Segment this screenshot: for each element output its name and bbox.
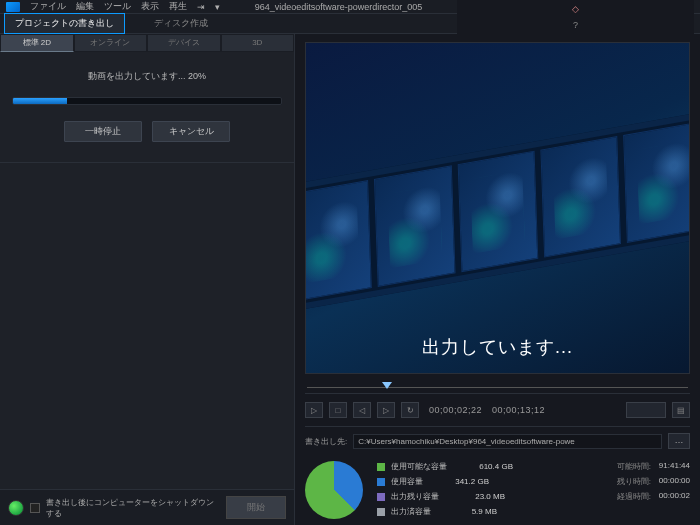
menu-edit[interactable]: 編集: [76, 0, 94, 13]
menu-view[interactable]: 表示: [141, 0, 159, 13]
cancel-button[interactable]: キャンセル: [152, 121, 230, 142]
snapshot-button[interactable]: [626, 402, 666, 418]
loop-button[interactable]: ↻: [401, 402, 419, 418]
transport-bar: ▷ □ ◁ ▷ ↻ 00;00;02;22 00;00;13;12 ▤: [305, 400, 690, 420]
menu-play[interactable]: 再生: [169, 0, 187, 13]
swatch-remain: [377, 493, 385, 501]
settings-icon[interactable]: ▤: [672, 402, 690, 418]
export-panel: 標準 2D オンライン デバイス 3D 動画を出力しています... 20% 一時…: [0, 34, 295, 525]
menu-dropdown-icon[interactable]: ▾: [215, 2, 220, 12]
timecode-duration: 00;00;13;12: [492, 405, 545, 415]
storage-legend: 使用可能な容量610.4 GB 使用容量341.2 GB 出力残り容量23.0 …: [377, 461, 513, 519]
prev-frame-button[interactable]: ◁: [353, 402, 371, 418]
timeline[interactable]: [305, 380, 690, 394]
time-stats: 可能時間:91:41:44 残り時間:00:00:00 経過時間:00:00:0…: [617, 461, 690, 519]
tab-project-export[interactable]: プロジェクトの書き出し: [4, 13, 125, 34]
menu-export-icon[interactable]: ⇥: [197, 2, 205, 12]
output-label: 書き出し先:: [305, 436, 347, 447]
swatch-used: [377, 478, 385, 486]
swatch-avail: [377, 463, 385, 471]
export-status: 動画を出力しています... 20%: [12, 70, 282, 83]
browse-button[interactable]: …: [668, 433, 690, 449]
menu-tool[interactable]: ツール: [104, 0, 131, 13]
output-path: C:¥Users¥hamochiku¥Desktop¥964_videoedit…: [353, 434, 662, 449]
help-icon[interactable]: ?: [573, 20, 578, 30]
menu-bar: ファイル 編集 ツール 表示 再生 ⇥ ▾ 964_videoeditsoftw…: [0, 0, 700, 14]
output-path-row: 書き出し先: C:¥Users¥hamochiku¥Desktop¥964_vi…: [305, 426, 690, 449]
timecode-current: 00;00;02;22: [429, 405, 482, 415]
globe-icon[interactable]: [8, 500, 24, 516]
stats-panel: 使用可能な容量610.4 GB 使用容量341.2 GB 出力残り容量23.0 …: [305, 455, 690, 519]
bell-icon[interactable]: ◇: [572, 4, 579, 14]
modetab-standard-2d[interactable]: 標準 2D: [0, 34, 74, 52]
shutdown-label: 書き出し後にコンピューターをシャットダウンする: [46, 497, 220, 519]
swatch-done: [377, 508, 385, 516]
modetab-online[interactable]: オンライン: [74, 34, 148, 52]
export-progress: [12, 97, 282, 105]
tab-disc-create[interactable]: ディスク作成: [143, 13, 219, 34]
next-frame-button[interactable]: ▷: [377, 402, 395, 418]
export-footer: 書き出し後にコンピューターをシャットダウンする 開始: [0, 489, 294, 525]
video-preview: 出力しています...: [305, 42, 690, 374]
app-logo-icon: [6, 2, 20, 12]
menu-file[interactable]: ファイル: [30, 0, 66, 13]
project-title: 964_videoeditsoftware-powerdirector_005: [230, 2, 447, 12]
preview-overlay-text: 出力しています...: [306, 335, 689, 359]
stop-button[interactable]: □: [329, 402, 347, 418]
shutdown-checkbox[interactable]: [30, 503, 40, 513]
playhead-icon[interactable]: [382, 382, 392, 394]
start-button[interactable]: 開始: [226, 496, 286, 519]
play-button[interactable]: ▷: [305, 402, 323, 418]
preview-panel: 出力しています... ▷ □ ◁ ▷ ↻ 00;00;02;22 00;00;1…: [295, 34, 700, 525]
pause-button[interactable]: 一時停止: [64, 121, 142, 142]
modetab-3d[interactable]: 3D: [221, 34, 295, 52]
export-progress-fill: [13, 98, 67, 104]
modetab-device[interactable]: デバイス: [147, 34, 221, 52]
storage-pie-chart: [305, 461, 363, 519]
